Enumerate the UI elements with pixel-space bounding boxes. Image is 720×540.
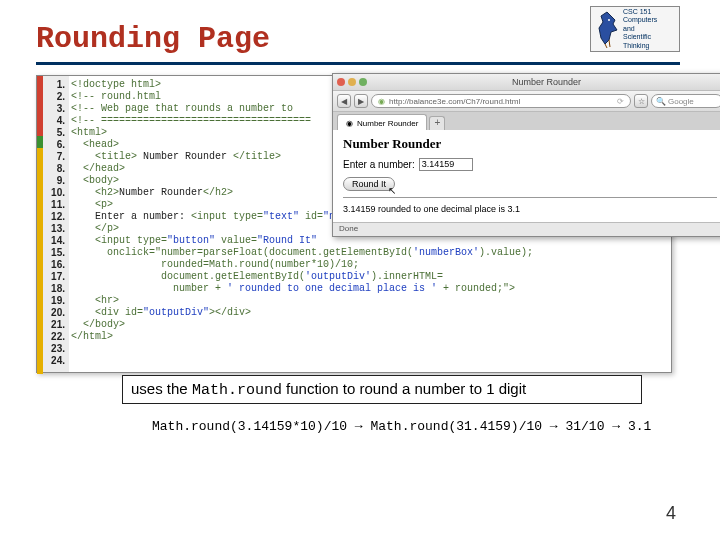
- line-number: 19.: [43, 295, 69, 307]
- code-line: number + ' rounded to one decimal place …: [71, 283, 533, 295]
- logo-line4: Scientific: [623, 33, 657, 41]
- tab-bar: ◉ Number Rounder +: [333, 112, 720, 130]
- line-number: 21.: [43, 319, 69, 331]
- line-number: 23.: [43, 343, 69, 355]
- logo-line2: Computers: [623, 16, 657, 24]
- address-bar[interactable]: ◉ http://balance3e.com/Ch7/round.html ⟳: [371, 94, 631, 108]
- status-bar: Done: [333, 222, 720, 236]
- line-number: 5.: [43, 127, 69, 139]
- round-it-label: Round It: [352, 179, 386, 189]
- search-box[interactable]: 🔍 Google: [651, 94, 720, 108]
- window-title: Number Rounder: [370, 77, 720, 87]
- tab-favicon-icon: ◉: [346, 119, 353, 128]
- code-line: rounded=Math.round(number*10)/10;: [71, 259, 533, 271]
- new-tab-button[interactable]: +: [429, 116, 445, 130]
- line-number: 4.: [43, 115, 69, 127]
- tab-number-rounder[interactable]: ◉ Number Rounder: [337, 114, 427, 130]
- code-line: </html>: [71, 331, 533, 343]
- forward-button[interactable]: ▶: [354, 94, 368, 108]
- round-it-button[interactable]: Round It ↖: [343, 177, 395, 191]
- bookmark-button[interactable]: ☆: [634, 94, 648, 108]
- code-line: <hr>: [71, 295, 533, 307]
- slide-title: Rounding Page: [36, 22, 680, 56]
- line-number: 11.: [43, 199, 69, 211]
- reload-icon[interactable]: ⟳: [617, 97, 624, 106]
- logo-line1: CSC 151: [623, 8, 657, 16]
- line-number: 24.: [43, 355, 69, 367]
- output-text: 3.14159 rounded to one decimal place is …: [343, 204, 717, 214]
- line-number: 8.: [43, 163, 69, 175]
- course-logo: CSC 151 Computers and Scientific Thinkin…: [590, 6, 680, 52]
- logo-line3: and: [623, 25, 657, 33]
- page-heading: Number Rounder: [343, 136, 717, 152]
- bluejay-icon: [593, 10, 621, 48]
- caption-code: Math.round: [192, 382, 282, 399]
- svg-point-0: [608, 19, 610, 21]
- caption-pre: uses the: [131, 380, 192, 397]
- back-button[interactable]: ◀: [337, 94, 351, 108]
- address-text: http://balance3e.com/Ch7/round.html: [389, 97, 520, 106]
- line-number: 15.: [43, 247, 69, 259]
- cursor-icon: ↖: [388, 185, 396, 196]
- page-rule: [343, 197, 717, 198]
- globe-icon: ◉: [378, 97, 385, 106]
- search-placeholder: Google: [668, 97, 694, 106]
- title-rule: [36, 62, 680, 65]
- line-number: 14.: [43, 235, 69, 247]
- code-line: onclick="number=parseFloat(document.getE…: [71, 247, 533, 259]
- line-number: 2.: [43, 91, 69, 103]
- minimize-icon[interactable]: [348, 78, 356, 86]
- caption-box: uses the Math.round function to round a …: [122, 375, 642, 404]
- line-number: 9.: [43, 175, 69, 187]
- line-number: 12.: [43, 211, 69, 223]
- page-number: 4: [666, 503, 676, 524]
- code-line: <div id="outputDiv"></div>: [71, 307, 533, 319]
- tab-label: Number Rounder: [357, 119, 418, 128]
- code-line: </body>: [71, 319, 533, 331]
- browser-titlebar: Number Rounder: [333, 74, 720, 90]
- rendered-page: Number Rounder Enter a number: 3.14159 R…: [333, 130, 720, 222]
- line-number: 1.: [43, 79, 69, 91]
- browser-window: Number Rounder ◀ ▶ ◉ http://balance3e.co…: [332, 73, 720, 237]
- line-number: 17.: [43, 271, 69, 283]
- line-number: 13.: [43, 223, 69, 235]
- line-number: 18.: [43, 283, 69, 295]
- line-number: 6.: [43, 139, 69, 151]
- zoom-icon[interactable]: [359, 78, 367, 86]
- line-number: 7.: [43, 151, 69, 163]
- line-number: 10.: [43, 187, 69, 199]
- close-icon[interactable]: [337, 78, 345, 86]
- status-text: Done: [339, 224, 358, 233]
- code-line: document.getElementById('outputDiv').inn…: [71, 271, 533, 283]
- browser-toolbar: ◀ ▶ ◉ http://balance3e.com/Ch7/round.htm…: [333, 90, 720, 112]
- line-gutter: 1.2.3.4.5.6.7.8.9.10.11.12.13.14.15.16.1…: [43, 76, 69, 372]
- line-number: 16.: [43, 259, 69, 271]
- logo-line5: Thinking: [623, 42, 657, 50]
- line-number: 3.: [43, 103, 69, 115]
- line-number: 22.: [43, 331, 69, 343]
- evaluation-chain: Math.round(3.14159*10)/10 → Math.round(3…: [152, 419, 651, 434]
- search-engine-icon: 🔍: [656, 97, 666, 106]
- line-number: 20.: [43, 307, 69, 319]
- number-input[interactable]: 3.14159: [419, 158, 473, 171]
- caption-post: function to round a number to 1 digit: [282, 380, 526, 397]
- prompt-label: Enter a number:: [343, 159, 415, 170]
